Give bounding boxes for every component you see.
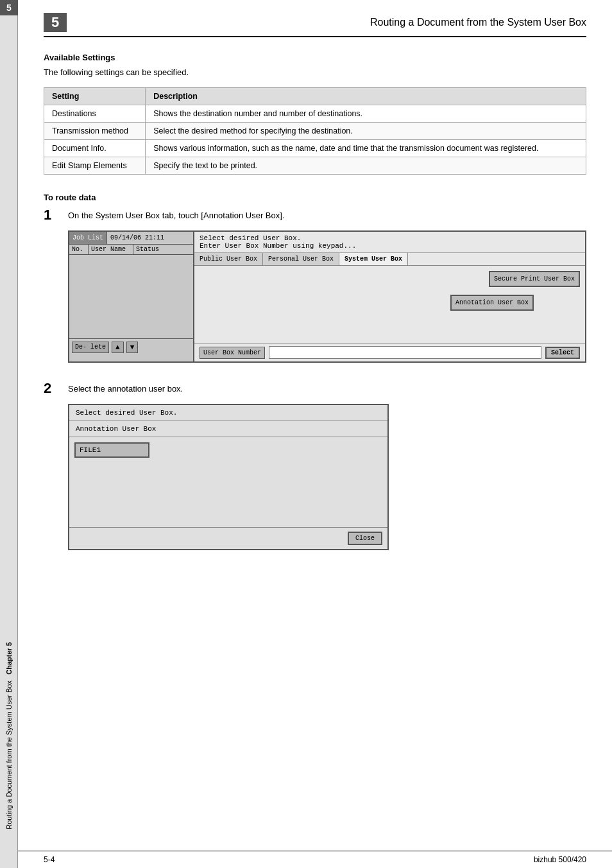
setting-description: Select the desired method for specifying… (146, 123, 586, 140)
screen-instruction-line1: Select desired User Box. (200, 234, 580, 242)
screen-left-header: Job List 09/14/06 21:11 (69, 232, 193, 245)
screen-left-footer: De- lete ▲ ▼ (69, 338, 193, 356)
col-no: No. (69, 245, 89, 254)
available-settings-intro: The following settings can be specified. (44, 67, 586, 77)
screen-left-body (69, 255, 193, 338)
col-description: Description (146, 88, 586, 105)
step1-text: On the System User Box tab, touch [Annot… (68, 207, 284, 220)
step2-text: Select the annotation user box. (68, 381, 183, 394)
screen-instruction-line2: Enter User Box Number using keypad... (200, 242, 580, 250)
step1-container: 1 On the System User Box tab, touch [Ann… (44, 207, 586, 363)
setting-description: Shows various information, such as the n… (146, 140, 586, 157)
screen-left-cols: No. User Name Status (69, 245, 193, 255)
page-header: 5 Routing a Document from the System Use… (44, 13, 586, 37)
col-username: User Name (89, 245, 133, 254)
screen-right-panel: Select desired User Box. Enter User Box … (194, 232, 585, 361)
sm2-annotation-label: Annotation User Box (69, 421, 387, 437)
page-number: 5-4 (44, 855, 55, 864)
screen-tabs: Public User Box Personal User Box System… (194, 253, 585, 266)
date-box: 09/14/06 21:11 (107, 232, 167, 244)
screen-left-panel: Job List 09/14/06 21:11 No. User Name St… (69, 232, 194, 361)
setting-name: Transmission method (44, 123, 146, 140)
sidebar-section-label: Routing a Document from the System User … (5, 681, 13, 829)
setting-name: Document Info. (44, 140, 146, 157)
step2-header: 2 Select the annotation user box. (44, 381, 586, 396)
header-chapter-number: 5 (44, 13, 67, 32)
col-status: Status (133, 245, 193, 254)
close-button[interactable]: Close (348, 532, 382, 545)
screen-content-area: Secure Print User Box Annotation User Bo… (194, 266, 585, 343)
sidebar: 5 Chapter 5 Routing a Document from the … (0, 0, 18, 868)
main-content: 5 Routing a Document from the System Use… (18, 0, 612, 594)
step2-container: 2 Select the annotation user box. Select… (44, 381, 586, 550)
col-setting: Setting (44, 88, 146, 105)
user-box-number-input[interactable] (269, 346, 541, 359)
user-box-number-button[interactable]: User Box Number (200, 347, 265, 359)
setting-description: Specify the text to be printed. (146, 157, 586, 175)
step2-number: 2 (44, 381, 59, 396)
file1-button[interactable]: FILE1 (74, 442, 149, 458)
screen-mockup-1: Job List 09/14/06 21:11 No. User Name St… (68, 230, 586, 363)
available-settings-heading: Available Settings (44, 53, 586, 62)
secure-print-user-box-button[interactable]: Secure Print User Box (489, 271, 580, 287)
settings-table: Setting Description DestinationsShows th… (44, 87, 586, 175)
sm2-footer: Close (69, 527, 387, 549)
setting-name: Edit Stamp Elements (44, 157, 146, 175)
chapter-badge: 5 (0, 0, 18, 15)
product-name: bizhub 500/420 (534, 855, 586, 864)
annotation-user-box-button[interactable]: Annotation User Box (450, 295, 534, 311)
chapter-label: Chapter 5 (5, 642, 13, 675)
page-footer: 5-4 bizhub 500/420 (18, 851, 612, 868)
up-arrow-button[interactable]: ▲ (112, 342, 124, 353)
table-row: Edit Stamp ElementsSpecify the text to b… (44, 157, 586, 175)
down-arrow-button[interactable]: ▼ (126, 342, 139, 353)
sm2-header: Select desired User Box. (69, 405, 387, 421)
screen-right-header: Select desired User Box. Enter User Box … (194, 232, 585, 253)
step1-header: 1 On the System User Box tab, touch [Ann… (44, 207, 586, 223)
table-row: Transmission methodSelect the desired me… (44, 123, 586, 140)
table-row: DestinationsShows the destination number… (44, 105, 586, 123)
tab-public-user-box[interactable]: Public User Box (194, 253, 263, 265)
screen-mockup-2: Select desired User Box. Annotation User… (68, 404, 389, 550)
sm2-file-grid: FILE1 (69, 437, 387, 527)
tab-system-user-box[interactable]: System User Box (339, 253, 408, 265)
screen-footer: User Box Number Select (194, 343, 585, 361)
delete-button[interactable]: De- lete (72, 342, 109, 353)
tab-personal-user-box[interactable]: Personal User Box (263, 253, 339, 265)
header-title: Routing a Document from the System User … (67, 17, 586, 28)
to-route-data-heading: To route data (44, 193, 586, 202)
select-button[interactable]: Select (545, 347, 580, 359)
job-list-box: Job List (69, 232, 107, 244)
setting-description: Shows the destination number and number … (146, 105, 586, 123)
setting-name: Destinations (44, 105, 146, 123)
step1-number: 1 (44, 207, 59, 223)
table-row: Document Info.Shows various information,… (44, 140, 586, 157)
